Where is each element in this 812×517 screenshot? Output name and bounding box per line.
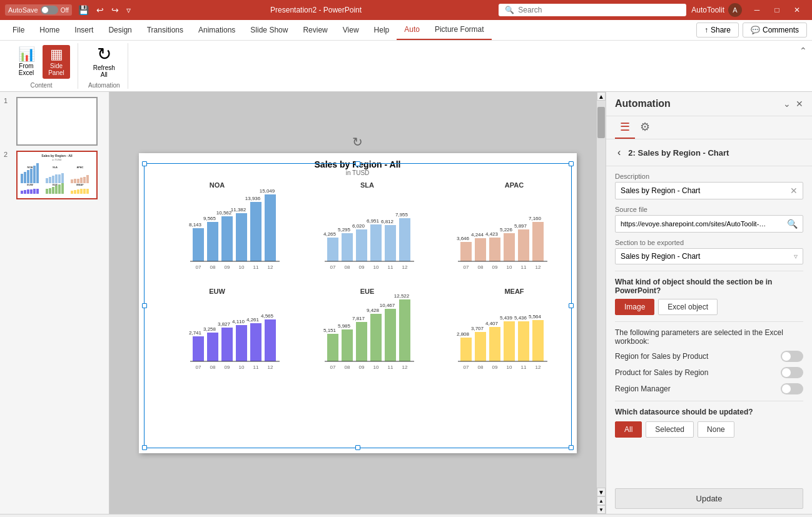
svg-text:10: 10 <box>506 264 512 270</box>
svg-rect-111 <box>221 328 233 361</box>
svg-text:5,226: 5,226 <box>499 227 512 233</box>
description-clear-icon[interactable]: ✕ <box>790 186 798 196</box>
panel-close-icon[interactable]: ✕ <box>796 99 803 109</box>
svg-text:Sales by Region - All: Sales by Region - All <box>41 154 73 158</box>
tab-transitions[interactable]: Transitions <box>140 21 191 39</box>
svg-rect-129 <box>342 329 353 361</box>
tab-slideshow[interactable]: Slide Show <box>243 21 295 39</box>
tab-file[interactable]: File <box>5 21 32 39</box>
redo-btn[interactable]: ↪ <box>109 4 121 16</box>
tab-animations[interactable]: Animations <box>191 21 243 39</box>
autosave-state: Off <box>61 7 69 14</box>
ribbon-collapse[interactable]: ⌃ <box>799 43 807 89</box>
vertical-scrollbar[interactable]: ▲ ▼ ▲ ▼ <box>597 92 606 514</box>
svg-rect-131 <box>356 322 367 361</box>
ribbon-tabs: File Home Insert Design Transitions Anim… <box>0 20 812 41</box>
param-toggle-3[interactable] <box>781 383 803 394</box>
collapse-ribbon-icon[interactable]: ⌃ <box>799 46 807 56</box>
slide-image-2[interactable]: Sales by Region - All in TUSD NOA SLA AP… <box>16 151 98 199</box>
svg-rect-109 <box>207 333 218 361</box>
description-input[interactable]: Sales by Region - Chart ✕ <box>615 182 803 199</box>
rotate-handle[interactable]: ↻ <box>352 134 363 149</box>
close-btn[interactable]: ✕ <box>787 0 807 20</box>
datasource-all-btn[interactable]: All <box>615 421 642 438</box>
scroll-down-btn[interactable]: ▼ <box>597 488 606 496</box>
svg-rect-127 <box>327 334 338 361</box>
svg-text:10: 10 <box>238 364 244 370</box>
nav-title: 2: Sales by Region - Chart <box>628 148 729 158</box>
comments-button[interactable]: 💬 Comments <box>743 23 807 38</box>
svg-text:13,936: 13,936 <box>245 196 260 201</box>
tab-design[interactable]: Design <box>101 21 139 39</box>
customize-btn[interactable]: ▿ <box>124 4 133 16</box>
tab-insert[interactable]: Insert <box>67 21 101 39</box>
scroll-btn-3[interactable]: ▲ <box>597 496 606 505</box>
search-input[interactable] <box>518 6 680 14</box>
update-button[interactable]: Update <box>615 488 803 509</box>
tab-help[interactable]: Help <box>367 21 397 39</box>
autosave-switch[interactable] <box>41 6 58 14</box>
param-toggle-2[interactable] <box>781 367 803 378</box>
tab-view[interactable]: View <box>335 21 367 39</box>
tab-picture-format[interactable]: Picture Format <box>427 20 492 40</box>
tab-auto[interactable]: Auto <box>397 20 427 40</box>
section-export-input[interactable]: Sales by Region - Chart ▿ <box>615 248 803 264</box>
handle-br[interactable] <box>569 445 574 450</box>
panel-header: Automation ⌄ ✕ <box>606 92 812 116</box>
panel-tab-settings[interactable]: ⚙ <box>635 116 655 139</box>
slide-panel: 1 2 <box>0 92 109 514</box>
source-file-search-icon[interactable]: 🔍 <box>787 219 798 229</box>
svg-text:07: 07 <box>463 364 469 370</box>
svg-text:NOA: NOA <box>28 166 33 169</box>
source-file-input[interactable]: https://evoye.sharepoint.com/sites/AutoT… <box>615 215 803 233</box>
handle-bm[interactable] <box>355 445 360 450</box>
svg-rect-34 <box>80 189 83 194</box>
svg-text:11: 11 <box>520 264 526 270</box>
side-panel-btn[interactable]: ▦ SidePanel <box>43 45 70 79</box>
share-button[interactable]: ↑ Share <box>696 23 739 38</box>
svg-rect-12 <box>61 173 64 183</box>
handle-bl[interactable] <box>142 445 147 450</box>
scroll-up-btn[interactable]: ▲ <box>597 92 606 101</box>
svg-rect-14 <box>74 179 76 183</box>
search-bar[interactable]: 🔍 <box>499 4 686 16</box>
svg-rect-47 <box>193 228 204 261</box>
minimize-btn[interactable]: ─ <box>747 0 767 20</box>
undo-btn[interactable]: ↩ <box>94 4 106 16</box>
param-toggle-1[interactable] <box>781 351 803 362</box>
from-excel-btn[interactable]: 📊 FromExcel <box>13 45 40 79</box>
slide-thumb-2[interactable]: 2 <box>4 151 105 199</box>
excel-object-btn[interactable]: Excel object <box>658 299 718 315</box>
svg-text:5,151: 5,151 <box>323 328 336 333</box>
svg-rect-23 <box>33 189 36 194</box>
refresh-all-btn[interactable]: ↻ RefreshAll <box>89 43 119 81</box>
ribbon-group-content: 📊 FromExcel ▦ SidePanel Content <box>5 43 78 89</box>
datasource-selected-btn[interactable]: Selected <box>646 421 694 438</box>
section-export-field-group: Section to be exported Sales by Region -… <box>615 239 803 264</box>
panel-tab-list[interactable]: ☰ <box>615 116 635 139</box>
svg-text:08: 08 <box>477 364 483 370</box>
slide-thumb-1[interactable]: 1 <box>4 97 105 146</box>
save-icon[interactable]: 💾 <box>76 4 91 16</box>
scroll-btn-4[interactable]: ▼ <box>597 505 606 514</box>
tab-review[interactable]: Review <box>295 21 335 39</box>
param-label-3: Region Manager <box>615 384 671 393</box>
autosave-toggle[interactable]: AutoSave Off <box>5 4 72 16</box>
panel-header-icons: ⌄ ✕ <box>783 99 803 109</box>
datasource-none-btn[interactable]: None <box>698 421 734 438</box>
tab-home[interactable]: Home <box>32 21 67 39</box>
scroll-thumb[interactable] <box>597 107 605 138</box>
slide-canvas: ↻ Sales by Region - All in TUSD NOA 8,14… <box>139 153 577 453</box>
section-export-dropdown-icon[interactable]: ▿ <box>794 252 798 261</box>
automation-group-label: Automation <box>88 82 120 89</box>
nav-back-btn[interactable]: ‹ <box>615 144 623 161</box>
svg-rect-3 <box>27 170 29 183</box>
svg-text:07: 07 <box>195 364 201 370</box>
avatar: A <box>728 3 742 17</box>
slide-image-1[interactable] <box>16 97 98 146</box>
panel-collapse-icon[interactable]: ⌄ <box>783 99 791 109</box>
svg-rect-147 <box>460 338 472 361</box>
image-btn[interactable]: Image <box>615 299 654 315</box>
svg-rect-29 <box>58 184 61 194</box>
maximize-btn[interactable]: □ <box>767 0 787 20</box>
